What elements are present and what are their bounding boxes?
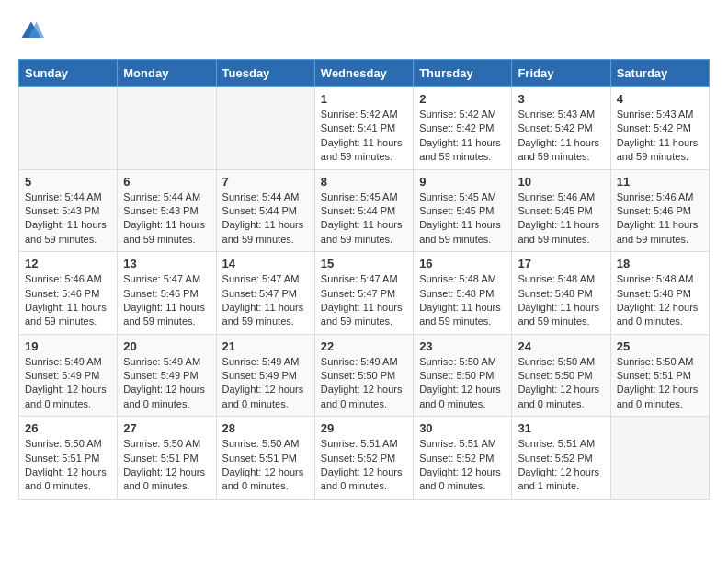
day-number: 4 xyxy=(617,92,703,106)
day-info: Sunrise: 5:49 AM Sunset: 5:49 PM Dayligh… xyxy=(222,355,309,412)
calendar-table: SundayMondayTuesdayWednesdayThursdayFrid… xyxy=(18,59,710,500)
calendar-cell: 23Sunrise: 5:50 AM Sunset: 5:50 PM Dayli… xyxy=(414,334,512,417)
day-number: 28 xyxy=(222,421,309,435)
day-number: 3 xyxy=(518,92,604,106)
day-number: 11 xyxy=(617,175,703,189)
day-number: 20 xyxy=(123,339,210,353)
calendar-cell: 4Sunrise: 5:43 AM Sunset: 5:42 PM Daylig… xyxy=(610,87,709,170)
day-info: Sunrise: 5:51 AM Sunset: 5:52 PM Dayligh… xyxy=(419,437,506,494)
calendar-week-row: 12Sunrise: 5:46 AM Sunset: 5:46 PM Dayli… xyxy=(19,252,710,335)
calendar-cell: 13Sunrise: 5:47 AM Sunset: 5:46 PM Dayli… xyxy=(118,252,216,335)
calendar-cell: 12Sunrise: 5:46 AM Sunset: 5:46 PM Dayli… xyxy=(19,252,118,335)
day-info: Sunrise: 5:46 AM Sunset: 5:45 PM Dayligh… xyxy=(518,190,604,247)
calendar-cell: 16Sunrise: 5:48 AM Sunset: 5:48 PM Dayli… xyxy=(414,252,512,335)
calendar-cell: 6Sunrise: 5:44 AM Sunset: 5:43 PM Daylig… xyxy=(118,169,216,252)
day-info: Sunrise: 5:50 AM Sunset: 5:51 PM Dayligh… xyxy=(222,437,309,494)
calendar-cell xyxy=(118,87,216,170)
day-info: Sunrise: 5:50 AM Sunset: 5:50 PM Dayligh… xyxy=(419,355,506,412)
day-number: 16 xyxy=(419,257,506,270)
day-number: 27 xyxy=(123,421,210,435)
day-number: 6 xyxy=(123,175,210,189)
calendar-week-row: 19Sunrise: 5:49 AM Sunset: 5:49 PM Dayli… xyxy=(19,334,710,417)
day-info: Sunrise: 5:44 AM Sunset: 5:44 PM Dayligh… xyxy=(222,190,309,247)
day-info: Sunrise: 5:50 AM Sunset: 5:51 PM Dayligh… xyxy=(25,437,111,494)
weekday-header: Sunday xyxy=(19,60,118,87)
day-number: 21 xyxy=(222,339,309,353)
calendar-cell: 22Sunrise: 5:49 AM Sunset: 5:50 PM Dayli… xyxy=(314,334,413,417)
day-number: 10 xyxy=(518,175,604,189)
day-info: Sunrise: 5:43 AM Sunset: 5:42 PM Dayligh… xyxy=(518,108,604,165)
calendar-cell: 28Sunrise: 5:50 AM Sunset: 5:51 PM Dayli… xyxy=(216,417,314,500)
weekday-header: Wednesday xyxy=(314,60,413,87)
day-number: 22 xyxy=(321,339,407,353)
day-info: Sunrise: 5:47 AM Sunset: 5:46 PM Dayligh… xyxy=(123,272,210,329)
day-info: Sunrise: 5:49 AM Sunset: 5:49 PM Dayligh… xyxy=(25,355,111,412)
calendar-cell: 30Sunrise: 5:51 AM Sunset: 5:52 PM Dayli… xyxy=(414,417,512,500)
day-info: Sunrise: 5:50 AM Sunset: 5:51 PM Dayligh… xyxy=(617,355,703,412)
calendar-cell: 24Sunrise: 5:50 AM Sunset: 5:50 PM Dayli… xyxy=(512,334,610,417)
day-info: Sunrise: 5:49 AM Sunset: 5:49 PM Dayligh… xyxy=(123,355,210,412)
day-info: Sunrise: 5:50 AM Sunset: 5:51 PM Dayligh… xyxy=(123,437,210,494)
day-number: 15 xyxy=(321,257,407,270)
calendar-week-row: 26Sunrise: 5:50 AM Sunset: 5:51 PM Dayli… xyxy=(19,417,710,500)
day-number: 5 xyxy=(25,175,111,189)
day-number: 8 xyxy=(321,175,407,189)
day-info: Sunrise: 5:42 AM Sunset: 5:41 PM Dayligh… xyxy=(321,108,407,165)
calendar-cell: 25Sunrise: 5:50 AM Sunset: 5:51 PM Dayli… xyxy=(610,334,709,417)
day-info: Sunrise: 5:43 AM Sunset: 5:42 PM Dayligh… xyxy=(617,108,703,165)
calendar-cell: 29Sunrise: 5:51 AM Sunset: 5:52 PM Dayli… xyxy=(314,417,413,500)
logo-icon xyxy=(18,18,44,44)
weekday-header: Thursday xyxy=(414,60,512,87)
calendar-week-row: 5Sunrise: 5:44 AM Sunset: 5:43 PM Daylig… xyxy=(19,169,710,252)
day-info: Sunrise: 5:49 AM Sunset: 5:50 PM Dayligh… xyxy=(321,355,407,412)
day-number: 26 xyxy=(25,421,111,435)
day-info: Sunrise: 5:50 AM Sunset: 5:50 PM Dayligh… xyxy=(518,355,604,412)
day-number: 1 xyxy=(321,92,407,106)
day-info: Sunrise: 5:46 AM Sunset: 5:46 PM Dayligh… xyxy=(25,272,111,329)
day-info: Sunrise: 5:44 AM Sunset: 5:43 PM Dayligh… xyxy=(123,190,210,247)
calendar-cell: 3Sunrise: 5:43 AM Sunset: 5:42 PM Daylig… xyxy=(512,87,610,170)
day-number: 19 xyxy=(25,339,111,353)
weekday-header: Tuesday xyxy=(216,60,314,87)
calendar-cell: 9Sunrise: 5:45 AM Sunset: 5:45 PM Daylig… xyxy=(414,169,512,252)
day-info: Sunrise: 5:47 AM Sunset: 5:47 PM Dayligh… xyxy=(222,272,309,329)
calendar-cell: 14Sunrise: 5:47 AM Sunset: 5:47 PM Dayli… xyxy=(216,252,314,335)
day-number: 30 xyxy=(419,421,506,435)
day-info: Sunrise: 5:45 AM Sunset: 5:45 PM Dayligh… xyxy=(419,190,506,247)
day-number: 24 xyxy=(518,339,604,353)
calendar-cell: 5Sunrise: 5:44 AM Sunset: 5:43 PM Daylig… xyxy=(19,169,118,252)
day-number: 2 xyxy=(419,92,506,106)
calendar-cell: 2Sunrise: 5:42 AM Sunset: 5:42 PM Daylig… xyxy=(414,87,512,170)
calendar-cell xyxy=(610,417,709,500)
calendar-cell: 20Sunrise: 5:49 AM Sunset: 5:49 PM Dayli… xyxy=(118,334,216,417)
day-info: Sunrise: 5:42 AM Sunset: 5:42 PM Dayligh… xyxy=(419,108,506,165)
day-number: 18 xyxy=(617,257,703,270)
calendar-cell: 26Sunrise: 5:50 AM Sunset: 5:51 PM Dayli… xyxy=(19,417,118,500)
logo xyxy=(18,18,46,44)
day-number: 17 xyxy=(518,257,604,270)
calendar-cell: 19Sunrise: 5:49 AM Sunset: 5:49 PM Dayli… xyxy=(19,334,118,417)
day-number: 31 xyxy=(518,421,604,435)
calendar-cell: 1Sunrise: 5:42 AM Sunset: 5:41 PM Daylig… xyxy=(314,87,413,170)
calendar-cell: 8Sunrise: 5:45 AM Sunset: 5:44 PM Daylig… xyxy=(314,169,413,252)
day-number: 14 xyxy=(222,257,309,270)
day-info: Sunrise: 5:44 AM Sunset: 5:43 PM Dayligh… xyxy=(25,190,111,247)
calendar-cell: 11Sunrise: 5:46 AM Sunset: 5:46 PM Dayli… xyxy=(610,169,709,252)
calendar-cell: 31Sunrise: 5:51 AM Sunset: 5:52 PM Dayli… xyxy=(512,417,610,500)
weekday-header: Saturday xyxy=(610,60,709,87)
day-number: 9 xyxy=(419,175,506,189)
calendar-header-row: SundayMondayTuesdayWednesdayThursdayFrid… xyxy=(19,60,710,87)
day-info: Sunrise: 5:51 AM Sunset: 5:52 PM Dayligh… xyxy=(518,437,604,494)
day-info: Sunrise: 5:48 AM Sunset: 5:48 PM Dayligh… xyxy=(419,272,506,329)
day-number: 12 xyxy=(25,257,111,270)
calendar-cell xyxy=(216,87,314,170)
day-info: Sunrise: 5:51 AM Sunset: 5:52 PM Dayligh… xyxy=(321,437,407,494)
day-number: 23 xyxy=(419,339,506,353)
day-info: Sunrise: 5:46 AM Sunset: 5:46 PM Dayligh… xyxy=(617,190,703,247)
page-header xyxy=(18,18,710,44)
calendar-cell xyxy=(19,87,118,170)
calendar-week-row: 1Sunrise: 5:42 AM Sunset: 5:41 PM Daylig… xyxy=(19,87,710,170)
day-number: 7 xyxy=(222,175,309,189)
day-info: Sunrise: 5:48 AM Sunset: 5:48 PM Dayligh… xyxy=(617,272,703,329)
calendar-cell: 7Sunrise: 5:44 AM Sunset: 5:44 PM Daylig… xyxy=(216,169,314,252)
